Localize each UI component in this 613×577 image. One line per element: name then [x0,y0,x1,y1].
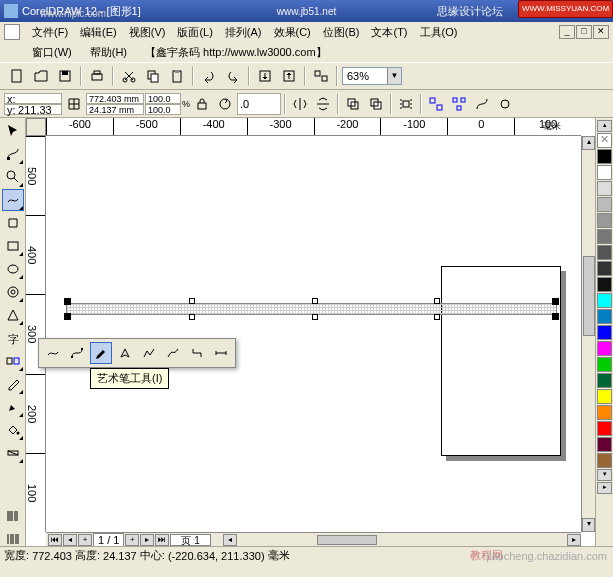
menu-file[interactable]: 文件(F) [26,23,74,42]
selection-handle[interactable] [64,313,71,320]
scroll-left-button[interactable]: ◂ [223,534,237,546]
barcode-tool[interactable] [2,505,24,527]
print-button[interactable] [86,65,108,87]
dimension-tool-fly[interactable] [210,342,232,364]
swatch[interactable] [597,309,612,324]
fill-tool[interactable] [2,419,24,441]
pen-tool-fly[interactable] [114,342,136,364]
new-button[interactable] [6,65,28,87]
mdi-minimize[interactable]: _ [559,25,575,39]
swatch[interactable] [597,453,612,468]
scale-x[interactable]: 100.0 [145,93,181,104]
menu-text[interactable]: 文本(T) [365,23,413,42]
swatch[interactable] [597,405,612,420]
scroll-right-button[interactable]: ▸ [567,534,581,546]
canvas[interactable] [46,136,581,532]
swatch[interactable] [597,213,612,228]
mdi-close[interactable]: ✕ [593,25,609,39]
selection-handle[interactable] [64,298,71,305]
mirror-v-button[interactable] [312,93,334,115]
scroll-vertical[interactable]: ▴ ▾ [581,136,595,532]
blend-tool[interactable] [2,350,24,372]
swatch[interactable] [597,261,612,276]
swatch[interactable] [597,341,612,356]
scroll-down-button[interactable]: ▾ [582,518,595,532]
selection-handle[interactable] [434,314,440,320]
polygon-tool[interactable] [2,281,24,303]
3point-curve-tool-fly[interactable] [162,342,184,364]
mirror-h-button[interactable] [289,93,311,115]
selection-handle[interactable] [552,298,559,305]
ruler-vertical[interactable]: 500 400 300 200 100 [26,136,46,532]
selection-handle[interactable] [312,314,318,320]
artistic-media-tool-fly[interactable] [90,342,112,364]
swatch[interactable] [597,181,612,196]
menu-edit[interactable]: 编辑(E) [74,23,123,42]
width-value[interactable]: 772.403 mm [86,93,144,104]
swatch[interactable] [597,373,612,388]
convert-curves-button[interactable] [471,93,493,115]
height-value[interactable]: 24.137 mm [86,104,144,115]
prev-page-button[interactable]: ◂ [63,534,77,546]
bezier-tool-fly[interactable] [66,342,88,364]
rotation-field[interactable]: .0 [237,93,281,115]
swatch[interactable] [597,389,612,404]
redo-button[interactable] [222,65,244,87]
swatch[interactable] [597,325,612,340]
swatch[interactable] [597,197,612,212]
basic-shapes-tool[interactable] [2,304,24,326]
connector-tool-fly[interactable] [186,342,208,364]
chevron-down-icon[interactable]: ▼ [387,68,401,84]
rectangle-tool[interactable] [2,235,24,257]
menu-tools[interactable]: 工具(O) [414,23,464,42]
ruler-horizontal[interactable]: -600 -500 -400 -300 -200 -100 0 100 毫米 [46,118,581,136]
selection-handle[interactable] [552,313,559,320]
import-button[interactable] [254,65,276,87]
swatch[interactable] [597,437,612,452]
menu-view[interactable]: 视图(V) [123,23,172,42]
options-button[interactable] [494,93,516,115]
zoom-combo[interactable]: 63% ▼ [342,67,402,85]
palette-flyout-button[interactable]: ▸ [597,482,612,494]
document-icon[interactable] [4,24,20,40]
paste-button[interactable] [166,65,188,87]
page-tab[interactable]: 页 1 [170,534,210,546]
lock-ratio-button[interactable] [191,93,213,115]
outline-tool[interactable] [2,396,24,418]
menu-window[interactable]: 窗口(W) [28,43,76,62]
scroll-thumb[interactable] [583,256,595,336]
interactive-fill-tool[interactable] [2,442,24,464]
open-button[interactable] [30,65,52,87]
selection-handle[interactable] [189,314,195,320]
shape-tool[interactable] [2,143,24,165]
ungroup-button[interactable] [425,93,447,115]
swatch[interactable] [597,245,612,260]
palette-up-button[interactable]: ▴ [597,120,612,132]
next-page-button[interactable]: ▸ [140,534,154,546]
last-page-button[interactable]: ⏭ [155,534,169,546]
menu-help[interactable]: 帮助(H) [86,43,131,62]
swatch[interactable] [597,229,612,244]
add-page-before-button[interactable]: + [78,534,92,546]
first-page-button[interactable]: ⏮ [48,534,62,546]
smart-draw-tool[interactable] [2,212,24,234]
scroll-up-button[interactable]: ▴ [582,136,595,150]
save-button[interactable] [54,65,76,87]
to-back-button[interactable] [365,93,387,115]
selection-handle[interactable] [312,298,318,304]
eyedropper-tool[interactable] [2,373,24,395]
add-page-after-button[interactable]: + [125,534,139,546]
selected-object[interactable] [66,300,557,318]
swatch[interactable] [597,165,612,180]
menu-layout[interactable]: 版面(L) [171,23,218,42]
zoom-tool[interactable] [2,166,24,188]
wrap-button[interactable] [395,93,417,115]
pick-tool[interactable] [2,120,24,142]
swatch[interactable] [597,277,612,292]
selection-handle[interactable] [434,298,440,304]
swatch-none[interactable] [597,133,612,148]
menu-bitmaps[interactable]: 位图(B) [317,23,366,42]
app-launcher-button[interactable] [310,65,332,87]
freehand-tool-fly[interactable] [42,342,64,364]
ruler-origin[interactable] [26,118,46,136]
